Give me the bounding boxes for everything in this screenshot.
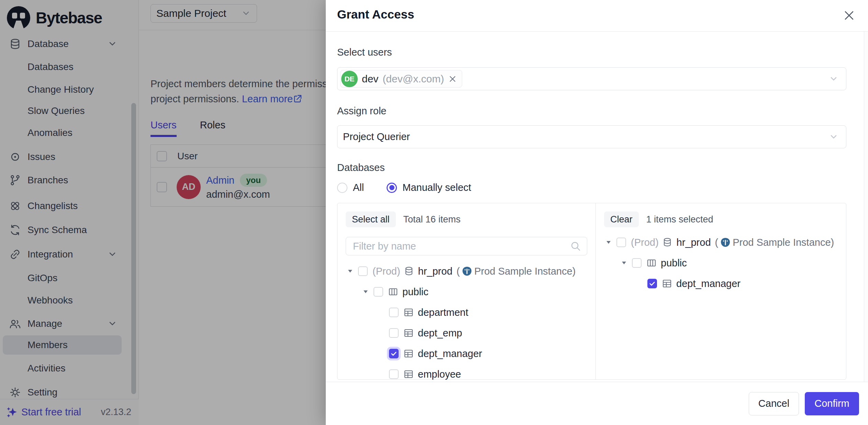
- tree-row-employee[interactable]: employee: [346, 364, 587, 382]
- table-icon: [403, 307, 414, 318]
- tree-item-name: hr_prod: [677, 237, 711, 248]
- tree-row-hr_prod[interactable]: (Prod)hr_prod(Prod Sample Instance): [604, 232, 838, 253]
- tree-item-name: dept_manager: [418, 348, 482, 359]
- tree-row-hr_prod[interactable]: (Prod)hr_prod(Prod Sample Instance): [346, 261, 587, 282]
- chip-user-name: dev: [362, 73, 378, 85]
- tree-row-public[interactable]: public: [604, 253, 838, 273]
- remove-user-icon[interactable]: [448, 74, 457, 83]
- radio-all-label: All: [353, 182, 364, 193]
- transfer-target-panel: Clear 1 items selected (Prod)hr_prod(Pro…: [596, 203, 846, 379]
- filter-input[interactable]: [352, 240, 570, 252]
- clear-button[interactable]: Clear: [604, 211, 639, 227]
- checkbox[interactable]: [389, 369, 399, 379]
- bytebase-app: Bytebase Database Databases Change Histo…: [0, 0, 868, 425]
- assign-role-label: Assign role: [337, 105, 846, 117]
- caret-down-icon[interactable]: [620, 259, 628, 267]
- caret-down-icon[interactable]: [604, 238, 613, 247]
- database-transfer: Select all Total 16 items (Prod)hr_prod(…: [337, 203, 846, 380]
- modal-scrollbar[interactable]: [864, 32, 868, 382]
- caret-down-icon[interactable]: [361, 287, 370, 296]
- tree-item-name: public: [402, 286, 429, 298]
- instance-label: Prod Sample Instance): [474, 266, 576, 277]
- select-users-input[interactable]: DE dev (dev@x.com): [337, 67, 846, 90]
- table-icon: [403, 369, 414, 379]
- transfer-source-panel: Select all Total 16 items (Prod)hr_prod(…: [337, 203, 596, 379]
- database-scope-radios: All Manually select: [337, 182, 846, 193]
- checkbox[interactable]: [632, 258, 642, 268]
- environment-label: (Prod): [631, 237, 659, 248]
- table-icon: [403, 328, 414, 338]
- search-icon: [570, 240, 581, 252]
- radio-manually-select[interactable]: [387, 183, 397, 193]
- confirm-button[interactable]: Confirm: [805, 392, 859, 415]
- modal-header: Grant Access: [326, 0, 868, 32]
- caret-spacer: [377, 349, 386, 358]
- tree-item-name: public: [661, 257, 687, 269]
- user-chip: DE dev (dev@x.com): [340, 70, 462, 88]
- role-select[interactable]: Project Querier: [337, 125, 846, 148]
- tree-item-name: hr_prod: [418, 266, 453, 277]
- select-users-label: Select users: [337, 46, 846, 58]
- checkbox[interactable]: [389, 308, 399, 317]
- environment-label: (Prod): [372, 266, 400, 277]
- databases-label: Databases: [337, 161, 846, 174]
- cancel-button[interactable]: Cancel: [749, 392, 799, 415]
- checkbox[interactable]: [374, 287, 383, 297]
- checkbox[interactable]: [389, 328, 399, 338]
- schema-icon: [646, 258, 657, 268]
- tree-row-dept_manager[interactable]: dept_manager: [346, 343, 587, 364]
- checkbox[interactable]: [647, 279, 657, 288]
- postgres-icon: [720, 237, 731, 248]
- table-icon: [662, 278, 672, 289]
- chevron-down-icon: [828, 73, 839, 84]
- tree-row-public[interactable]: public: [346, 282, 587, 302]
- source-tree: (Prod)hr_prod(Prod Sample Instance)publi…: [346, 261, 587, 382]
- instance-paren: (: [457, 266, 460, 277]
- target-tree: (Prod)hr_prod(Prod Sample Instance)publi…: [604, 232, 838, 294]
- instance-label: Prod Sample Instance): [733, 237, 834, 248]
- role-select-value: Project Querier: [343, 131, 410, 142]
- database-icon: [662, 237, 672, 248]
- chevron-down-icon: [828, 131, 839, 142]
- tree-item-name: dept_manager: [676, 278, 741, 289]
- close-icon[interactable]: [842, 8, 856, 23]
- database-icon: [404, 266, 414, 276]
- tree-row-dept_emp[interactable]: dept_emp: [346, 323, 587, 343]
- modal-body: Select users DE dev (dev@x.com) Assign r…: [326, 32, 868, 382]
- select-all-button[interactable]: Select all: [346, 211, 396, 227]
- postgres-icon: [462, 266, 472, 276]
- caret-spacer: [635, 279, 644, 288]
- avatar: DE: [341, 71, 358, 87]
- filter-input-wrap: [346, 237, 587, 255]
- checkbox[interactable]: [358, 266, 368, 276]
- caret-down-icon[interactable]: [346, 267, 355, 276]
- total-items-label: Total 16 items: [403, 214, 461, 225]
- modal-footer: Cancel Confirm: [326, 382, 868, 425]
- tree-row-department[interactable]: department: [346, 302, 587, 323]
- chip-user-email: (dev@x.com): [382, 73, 444, 85]
- tree-item-name: employee: [418, 369, 461, 380]
- selected-items-label: 1 items selected: [646, 214, 713, 225]
- radio-all[interactable]: [337, 183, 347, 193]
- caret-spacer: [377, 370, 386, 379]
- grant-access-modal: Grant Access Select users DE dev (dev@x.…: [326, 0, 868, 425]
- modal-title: Grant Access: [337, 8, 414, 21]
- caret-spacer: [377, 308, 386, 317]
- checkbox[interactable]: [616, 238, 626, 247]
- schema-icon: [388, 287, 398, 297]
- checkbox[interactable]: [389, 349, 399, 358]
- caret-spacer: [377, 329, 386, 337]
- table-icon: [403, 348, 414, 359]
- radio-manual-label: Manually select: [402, 182, 471, 193]
- tree-item-name: dept_emp: [418, 328, 462, 339]
- tree-row-dept_manager[interactable]: dept_manager: [604, 273, 838, 294]
- tree-item-name: department: [418, 307, 468, 318]
- instance-paren: (: [715, 237, 719, 248]
